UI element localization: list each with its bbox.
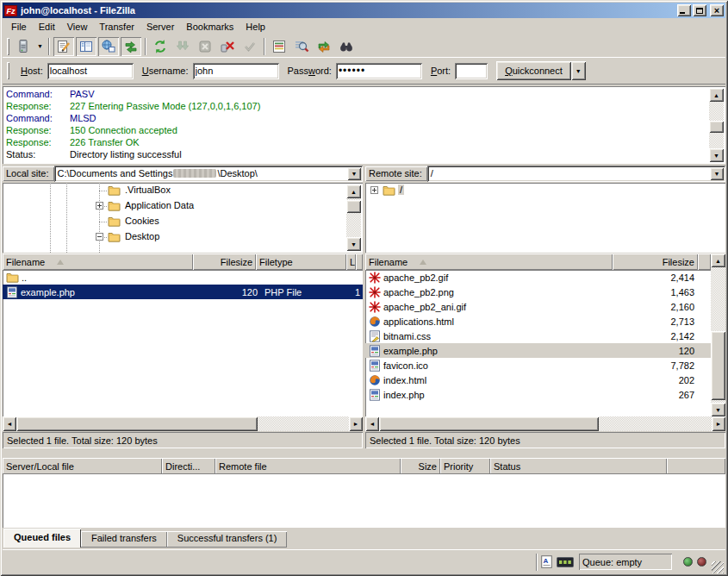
scroll-down-icon[interactable]: ▼ [346,237,361,251]
menu-edit[interactable]: Edit [33,20,61,34]
process-queue-button[interactable] [172,37,193,56]
minimize-button[interactable] [677,4,691,16]
scroll-up-icon[interactable]: ▲ [711,254,725,267]
cancel-operation-button[interactable] [195,37,215,56]
queue-column-priority[interactable]: Priority [440,458,490,474]
column-header-filesize[interactable]: Filesize [613,254,698,270]
column-header-filler [698,254,711,270]
tree-expander-minus-icon[interactable] [96,233,103,241]
tree-item-desktop[interactable]: Desktop [3,229,363,245]
file-row-apache_pb2-png[interactable]: apache_pb2.png1,463 [365,285,711,299]
site-manager-dropdown-icon[interactable]: ▼ [34,37,46,56]
file-row-apache_pb2-gif[interactable]: apache_pb2.gif2,414 [365,270,711,285]
file-row-example-php[interactable]: example.php120 [365,343,711,358]
toggle-transfer-queue-button[interactable] [121,37,141,56]
host-input[interactable] [47,63,134,79]
scroll-right-icon[interactable]: ► [349,416,363,431]
queue-column-size[interactable]: Size [401,458,440,474]
column-header-filename[interactable]: Filename [3,254,193,270]
file-row-example-php[interactable]: example.php120PHP File1 [3,285,363,299]
directory-comparison-button[interactable] [291,37,312,56]
tab-queued-files[interactable]: Queued files [3,529,81,548]
queue-column-remote-file[interactable]: Remote file [215,458,401,474]
toggle-local-tree-button[interactable] [76,37,96,56]
title-bar[interactable]: Fz john@localhost - FileZilla × [3,3,725,18]
synchronized-browsing-button[interactable] [314,37,334,56]
column-header-l[interactable]: L [346,254,356,270]
scrollbar-thumb[interactable] [709,121,724,133]
remote-path-combo[interactable]: / ▼ [427,166,725,182]
local-tree-scrollbar[interactable]: ▲ ▼ [346,185,361,251]
tree-expander-plus-icon[interactable] [96,202,103,210]
log-scrollbar[interactable]: ▲ ▼ [709,88,724,162]
tree-expander-plus-icon[interactable] [370,186,378,194]
disconnect-button[interactable] [217,37,238,56]
port-input[interactable] [455,63,488,79]
log-line-text: MLSD [70,112,96,124]
column-header-filetype[interactable]: Filetype [256,254,346,270]
scroll-down-icon[interactable]: ▼ [709,148,724,162]
menu-help[interactable]: Help [240,20,271,34]
menu-transfer[interactable]: Transfer [93,20,140,34]
toolbar-grip[interactable] [7,38,9,55]
quickconnect-dropdown-button[interactable]: ▼ [571,61,586,80]
queue-column-directi-[interactable]: Directi... [162,458,215,474]
scroll-right-icon[interactable]: ► [712,416,725,431]
tree-item--virtualbox[interactable]: .VirtualBox [3,183,363,198]
menu-file[interactable]: File [5,20,33,34]
close-button[interactable]: × [710,4,724,16]
file-row--[interactable]: .. [3,270,363,285]
menu-bookmarks[interactable]: Bookmarks [180,20,240,34]
password-input[interactable] [336,63,422,79]
refresh-button[interactable] [150,37,171,56]
file-row-favicon-ico[interactable]: favicon.ico7,782 [365,358,711,373]
tree-item-cookies[interactable]: Cookies [3,214,363,229]
scroll-up-icon[interactable]: ▲ [346,185,361,198]
remote-list-hscrollbar[interactable]: ◄ ► [365,416,725,431]
tree-item-root[interactable]: / [365,183,725,198]
quickbar-grip[interactable] [7,62,9,79]
username-label: Username: [142,66,189,76]
site-manager-button[interactable] [13,37,34,56]
directory-filters-button[interactable] [269,37,289,56]
menu-view[interactable]: View [61,20,94,34]
tab-failed-transfers[interactable]: Failed transfers [81,531,167,548]
file-row-applications-html[interactable]: applications.html2,713 [365,314,711,329]
scrollbar-thumb[interactable] [346,200,361,213]
local-list-hscrollbar[interactable]: ◄ ► [3,416,363,431]
queue-column-status[interactable]: Status [490,458,667,474]
file-row-index-html[interactable]: index.html202 [365,373,711,387]
refresh-icon [152,39,168,54]
window-resize-grip[interactable] [712,561,724,573]
column-header-filesize[interactable]: Filesize [193,254,257,270]
local-path-combo[interactable]: C:\Documents and Settings\Desktop\ ▼ [54,166,363,182]
toggle-message-log-button[interactable] [53,37,74,56]
scroll-down-icon[interactable]: ▼ [711,403,725,416]
menu-server[interactable]: Server [140,20,180,34]
toggle-remote-tree-button[interactable] [98,37,119,56]
combo-dropdown-icon[interactable]: ▼ [347,167,361,180]
find-files-button[interactable] [336,37,357,56]
scrollbar-thumb[interactable] [16,416,258,431]
quickconnect-button[interactable]: Quickconnect [496,61,571,80]
tree-item-application-data[interactable]: Application Data [3,198,363,214]
file-row-index-php[interactable]: index.php267 [365,387,711,402]
scrollbar-thumb[interactable] [379,416,599,431]
combo-dropdown-icon[interactable]: ▼ [710,167,724,180]
tab-successful-transfers-1-[interactable]: Successful transfers (1) [167,531,288,548]
tree-item-label: .VirtualBox [123,185,172,195]
scroll-left-icon[interactable]: ◄ [3,416,16,431]
column-header-filename[interactable]: Filename [365,254,613,270]
maximize-button[interactable] [693,4,706,16]
remote-list-scrollbar[interactable]: ▲ ▼ [711,254,725,416]
scroll-up-icon[interactable]: ▲ [709,88,724,102]
window-title: john@localhost - FileZilla [21,5,675,16]
scroll-left-icon[interactable]: ◄ [365,416,379,431]
file-row-bitnami-css[interactable]: bitnami.css2,142 [365,329,711,343]
file-row-apache_pb2_ani-gif[interactable]: apache_pb2_ani.gif2,160 [365,299,711,314]
queue-column-server-local-file[interactable]: Server/Local file [3,458,162,474]
reconnect-button[interactable] [240,37,260,56]
disconnect-icon [220,39,235,54]
scrollbar-thumb[interactable] [711,331,725,400]
username-input[interactable] [193,63,279,79]
